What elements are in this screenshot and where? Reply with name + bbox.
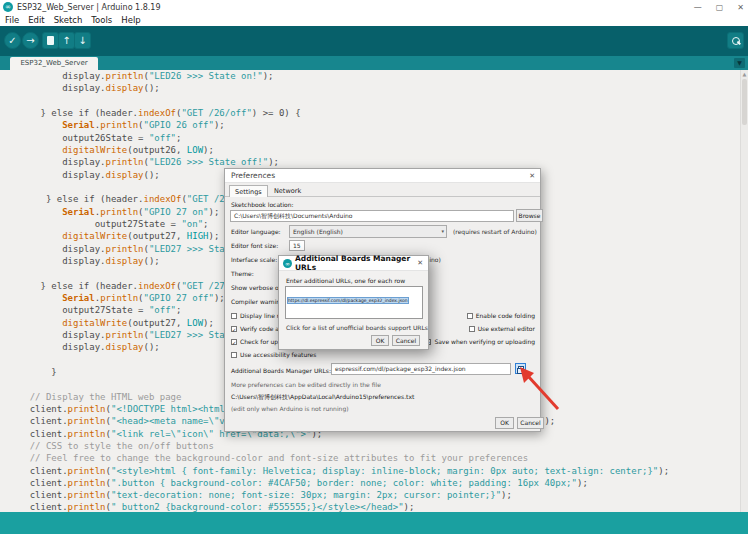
save-button[interactable]: ↓ (74, 32, 91, 49)
minimize-button[interactable]: — (694, 3, 702, 12)
checkbox-icon[interactable] (231, 313, 237, 319)
boards-manager-urls-dialog: ∞ Additional Boards Manager URLs ✕ Enter… (278, 255, 429, 350)
preferences-title-bar[interactable]: Preferences ✕ (225, 169, 540, 183)
editor-font-size-label: Editor font size: (231, 242, 278, 249)
menu-bar: FileEditSketchToolsHelp (0, 14, 748, 26)
menu-sketch[interactable]: Sketch (54, 15, 83, 25)
checkbox-icon[interactable] (469, 326, 475, 332)
menu-help[interactable]: Help (121, 15, 140, 25)
annotation-arrow-icon (510, 363, 572, 415)
code-line: client.println(" button2 {background-col… (8, 501, 669, 512)
boards-dialog-title-bar[interactable]: ∞ Additional Boards Manager URLs ✕ (279, 256, 428, 271)
status-bar (0, 512, 748, 534)
scroll-up-icon[interactable]: ▲ (741, 71, 748, 77)
tab-settings[interactable]: Settings (229, 185, 268, 197)
code-line: digitalWrite(output26, LOW); (8, 144, 669, 156)
arrow-down-icon: ↓ (78, 32, 86, 49)
editor-language-label: Editor language: (231, 228, 281, 235)
boards-dialog-title: Additional Boards Manager URLs (292, 254, 428, 272)
menu-file[interactable]: File (5, 15, 19, 25)
preferences-title: Preferences (225, 171, 275, 180)
language-restart-note: (requires restart of Arduino) (453, 228, 537, 235)
arrow-right-icon: → (26, 32, 34, 49)
preferences-ok-button[interactable]: OK (495, 417, 514, 429)
check-icon: ✓ (8, 32, 16, 49)
code-line (8, 95, 669, 107)
browse-button[interactable]: Browse (516, 209, 543, 222)
checkbox-save-when-verifying-or-uploading[interactable]: ✓Save when verifying or uploading (425, 338, 535, 345)
tab-network[interactable]: Network (269, 185, 306, 197)
editor-language-value: English (English) (293, 228, 343, 235)
sketchbook-location-label: Sketchbook location: (231, 201, 294, 208)
interface-scale-label: Interface scale: (231, 256, 277, 263)
verify-button[interactable]: ✓ (4, 32, 21, 49)
unofficial-boards-link[interactable]: Click for a list of unofficial boards su… (286, 324, 428, 331)
checkbox-label: Use accessibility features (240, 351, 316, 358)
maximize-button[interactable]: ▢ (716, 3, 724, 12)
upload-button[interactable]: → (22, 32, 39, 49)
sketchbook-location-field[interactable]: C:\Users\智博创科技\Documents\Arduino (230, 210, 514, 222)
editor-font-size-field[interactable]: 15 (289, 240, 305, 251)
menu-tools[interactable]: Tools (91, 15, 112, 25)
code-line: display.println("LED26 >>> State on!"); (8, 70, 669, 82)
code-line: Serial.println("GPIO 26 off"); (8, 119, 669, 131)
arduino-logo-icon: ∞ (283, 259, 292, 268)
serial-monitor-button[interactable] (727, 32, 744, 49)
title-bar: ∞ ESP32_Web_Server | Arduino 1.8.19 — ▢ … (0, 0, 748, 14)
code-line: display.display(); (8, 82, 669, 94)
checkbox-use-accessibility-features[interactable]: Use accessibility features (231, 351, 316, 358)
checkbox-use-external-editor[interactable]: Use external editor (469, 325, 535, 332)
code-line: client.println("<style>html { font-famil… (8, 465, 669, 477)
menu-edit[interactable]: Edit (28, 15, 44, 25)
abm-urls-label: Additional Boards Manager URLs: (231, 367, 331, 374)
preferences-tabs: Settings Network (225, 183, 540, 197)
arrow-up-icon: ↑ (62, 32, 70, 49)
code-line: } else if (header.indexOf("GET /26/off")… (8, 107, 669, 119)
magnifier-icon (732, 37, 740, 45)
code-line: client.println("text-decoration: none; f… (8, 489, 669, 501)
theme-label: Theme: (231, 270, 254, 277)
boards-dialog-prompt: Enter additional URLs, one for each row (286, 277, 405, 284)
checkbox-label: Save when verifying or uploading (434, 338, 535, 345)
checkbox-enable-code-folding[interactable]: Enable code folding (467, 312, 535, 319)
preferences-close-icon[interactable]: ✕ (529, 169, 535, 183)
window-title: ESP32_Web_Server | Arduino 1.8.19 (17, 3, 161, 12)
arduino-logo-icon: ∞ (3, 2, 13, 12)
abm-urls-field[interactable]: espressif.com/dl/package_esp32_index.jso… (331, 363, 511, 375)
tab-esp32-web-server[interactable]: ESP32_Web_Server (10, 57, 98, 70)
code-line: // Feel free to change the background-co… (8, 452, 669, 464)
boards-urls-textarea[interactable]: https://dl.espressif.com/dl/package_esp3… (285, 286, 423, 319)
code-line: // CSS to style the on/off buttons (8, 440, 669, 452)
checkbox-label: Enable code folding (476, 312, 535, 319)
prefs-file-path: C:\Users\智博创科技\AppData\Local\Arduino15\p… (231, 393, 414, 402)
document-icon (47, 36, 54, 45)
scrollbar-thumb[interactable] (742, 79, 747, 125)
checkbox-label: Use external editor (478, 325, 535, 332)
open-button[interactable]: ↑ (58, 32, 75, 49)
checkbox-icon[interactable]: ✓ (231, 326, 237, 332)
code-line: client.println(".button { background-col… (8, 477, 669, 489)
close-button[interactable]: ✕ (737, 3, 744, 12)
tab-dropdown-button[interactable]: ▼ (734, 58, 745, 68)
preferences-cancel-button[interactable]: Cancel (517, 417, 544, 429)
boards-ok-button[interactable]: OK (371, 335, 389, 346)
boards-url-selected-text: https://dl.espressif.com/dl/package_esp3… (288, 298, 408, 303)
checkbox-icon[interactable]: ✓ (231, 339, 237, 345)
toolbar: ✓→↑↓ (0, 26, 748, 56)
arduino-ide-window: ∞ ESP32_Web_Server | Arduino 1.8.19 — ▢ … (0, 0, 748, 534)
more-prefs-note: More preferences can be edited directly … (231, 381, 381, 388)
boards-cancel-button[interactable]: Cancel (392, 335, 420, 346)
new-sketch-button[interactable] (42, 32, 59, 49)
code-line: output26State = "off"; (8, 132, 669, 144)
code-line: display.println("LED26 >>> State off!"); (8, 156, 669, 168)
checkbox-icon[interactable] (231, 352, 237, 358)
boards-dialog-close-icon[interactable]: ✕ (417, 256, 423, 270)
editor-scrollbar[interactable]: ▲ (740, 70, 748, 512)
editor-language-select[interactable]: English (English) ▾ (289, 225, 447, 238)
chevron-down-icon: ▾ (441, 226, 444, 237)
edit-only-note: (edit only when Arduino is not running) (231, 405, 349, 412)
checkbox-icon[interactable] (467, 313, 473, 319)
tab-strip: ESP32_Web_Server ▼ (0, 56, 748, 70)
